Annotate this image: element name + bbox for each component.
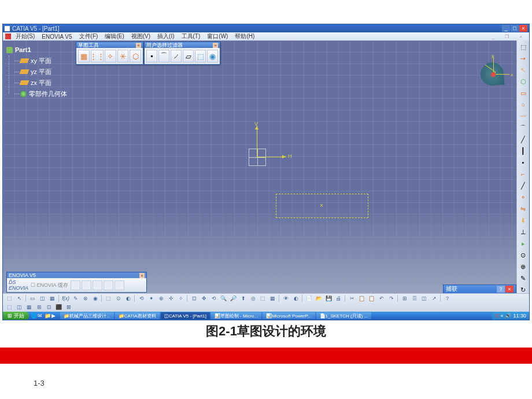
- t-open-icon[interactable]: 📂: [315, 294, 323, 302]
- project-tool[interactable]: ⬇: [518, 215, 529, 226]
- tray-icon[interactable]: 🔊: [505, 313, 511, 319]
- t-icon[interactable]: ◫: [420, 294, 428, 302]
- filter-line-tool[interactable]: ⟋: [171, 50, 182, 62]
- t-icon[interactable]: ☰: [410, 294, 419, 302]
- t-formula-icon[interactable]: f(x): [61, 294, 70, 302]
- panel-close-icon[interactable]: ×: [505, 286, 513, 293]
- t-copy-icon[interactable]: 📋: [357, 294, 366, 302]
- t-zoomin-icon[interactable]: 🔍: [219, 294, 228, 302]
- enovia-btn-3[interactable]: [93, 280, 102, 290]
- tree-xy-plane[interactable]: xy 平面: [14, 56, 67, 66]
- construction-tool[interactable]: ✧: [105, 50, 116, 62]
- corner-tool[interactable]: ⌐: [518, 169, 529, 179]
- spline-tool[interactable]: 〰: [518, 111, 529, 121]
- rectangle-tool[interactable]: ▭: [518, 88, 529, 98]
- enovia-panel[interactable]: ENOVIA V5× ĎSENOVIA ☐ ENOVIA 缓存: [6, 272, 147, 293]
- t-icon[interactable]: ◉: [91, 294, 99, 302]
- t-icon[interactable]: ⬚: [5, 294, 14, 302]
- mirror-tool[interactable]: ⇋: [518, 204, 529, 214]
- t-icon[interactable]: ⊗: [81, 294, 90, 302]
- t-icon[interactable]: ↗: [430, 294, 438, 302]
- t-print-icon[interactable]: 🖨: [334, 294, 343, 302]
- animate-tool[interactable]: ▸: [518, 238, 529, 249]
- t2-icon[interactable]: ⬛: [54, 303, 63, 311]
- t-help-icon[interactable]: ?: [443, 294, 452, 302]
- t-icon[interactable]: ▦: [48, 294, 57, 302]
- t-save-icon[interactable]: 💾: [324, 294, 333, 302]
- close-button[interactable]: ×: [519, 25, 527, 32]
- enovia-btn-5[interactable]: [114, 280, 124, 290]
- t-icon[interactable]: ◐: [124, 294, 132, 302]
- task-item[interactable]: 📁 机械产品三维设计...: [60, 312, 114, 319]
- t-icon[interactable]: ▭: [28, 294, 37, 302]
- maximize-button[interactable]: □: [511, 25, 519, 32]
- snap-tool[interactable]: ⋮⋮: [91, 50, 104, 62]
- task-item[interactable]: 📁 CATIA教材资料: [115, 312, 160, 319]
- select-tool[interactable]: ↖: [518, 65, 529, 75]
- ql-icon[interactable]: ▶: [51, 313, 57, 319]
- tree-root[interactable]: Part1: [6, 45, 67, 55]
- task-item[interactable]: 📄 1_SKETCH (只读) ...: [316, 312, 371, 319]
- task-item[interactable]: 📊 Microsoft PowerP...: [263, 312, 315, 319]
- tray-icon[interactable]: S: [495, 313, 498, 319]
- t-cut-icon[interactable]: ✂: [348, 294, 356, 302]
- filter-curve-tool[interactable]: ⌒: [158, 50, 169, 62]
- t-icon[interactable]: ⊞: [400, 294, 409, 302]
- t-icon[interactable]: ◐: [291, 294, 300, 302]
- t2-icon[interactable]: ⊞: [35, 303, 43, 311]
- minimize-button[interactable]: _: [502, 25, 510, 32]
- t-undo-icon[interactable]: ↶: [377, 294, 386, 302]
- t2-icon[interactable]: ▦: [25, 303, 34, 311]
- contact-tool[interactable]: ⊙: [518, 250, 529, 260]
- geo-constraint-tool[interactable]: ⚹: [117, 50, 129, 62]
- t-icon[interactable]: ⊕: [157, 294, 165, 302]
- menu-enovia[interactable]: ENOVIA V5: [38, 34, 75, 40]
- grid-tool[interactable]: ▦: [78, 50, 90, 62]
- t-redo-icon[interactable]: ↷: [387, 294, 396, 302]
- t-icon[interactable]: ▦: [268, 294, 277, 302]
- user-filter-panel[interactable]: 用户选择过滤器× • ⌒ ⟋ ▱ ⬚ ◉: [144, 42, 220, 65]
- menu-window[interactable]: 窗口(W): [204, 32, 231, 40]
- mdi-minimize-icon[interactable]: _: [489, 34, 498, 39]
- t2-icon[interactable]: ⊡: [45, 303, 53, 311]
- menu-file[interactable]: 文件(F): [76, 32, 102, 40]
- filter-surface-tool[interactable]: ▱: [183, 50, 194, 62]
- viewport[interactable]: Part1 xy 平面 yz 平面 zx 平面 零部件几何体 草图工具× ▦ ⋮…: [3, 40, 529, 320]
- panel-close-icon[interactable]: ×: [213, 43, 218, 48]
- arc-tool[interactable]: ⌒: [518, 123, 529, 133]
- trim-tool[interactable]: ⚬: [518, 192, 529, 202]
- t-icon[interactable]: ◫: [38, 294, 47, 302]
- tree-yz-plane[interactable]: yz 平面: [14, 66, 67, 77]
- circle-tool[interactable]: ○: [518, 99, 529, 110]
- ql-icon[interactable]: ✉: [38, 313, 43, 319]
- tree-zx-plane[interactable]: zx 平面: [14, 77, 67, 88]
- edit-tool[interactable]: ✎: [518, 273, 529, 283]
- ql-icon[interactable]: 📁: [45, 313, 50, 319]
- t-icon[interactable]: ⬚: [258, 294, 267, 302]
- t-icon[interactable]: ◎: [249, 294, 257, 302]
- menu-start[interactable]: 开始(S): [12, 32, 38, 40]
- t-normal-icon[interactable]: ⬆: [239, 294, 247, 302]
- enovia-btn-2[interactable]: [82, 280, 91, 290]
- t-icon[interactable]: ✎: [71, 294, 80, 302]
- mdi-close-icon[interactable]: ×: [516, 34, 526, 39]
- clock[interactable]: 11:30: [513, 313, 526, 319]
- t2-icon[interactable]: ◫: [15, 303, 24, 311]
- menu-help[interactable]: 帮助(H): [231, 32, 258, 40]
- point-tool[interactable]: •: [518, 157, 529, 168]
- t-paste-icon[interactable]: 📋: [367, 294, 376, 302]
- t-zoomout-icon[interactable]: 🔎: [229, 294, 238, 302]
- t-icon[interactable]: ✧: [176, 294, 185, 302]
- line-tool[interactable]: ╱: [518, 134, 529, 145]
- filter-volume-tool[interactable]: ⬚: [195, 50, 206, 62]
- enovia-btn-4[interactable]: [104, 280, 113, 290]
- profile-tool[interactable]: ⬡: [518, 76, 529, 87]
- task-item[interactable]: 📊 草图绘制 - Micro...: [211, 312, 261, 319]
- panel-close-icon[interactable]: ×: [136, 43, 141, 48]
- constraint-tool[interactable]: ⊥: [518, 227, 529, 237]
- filter-feature-tool[interactable]: ◉: [207, 50, 218, 62]
- chamfer-tool[interactable]: ╱: [518, 180, 529, 191]
- t-pan-icon[interactable]: ✥: [200, 294, 208, 302]
- t-icon[interactable]: ⬚: [104, 294, 113, 302]
- t-icon[interactable]: ⟲: [137, 294, 146, 302]
